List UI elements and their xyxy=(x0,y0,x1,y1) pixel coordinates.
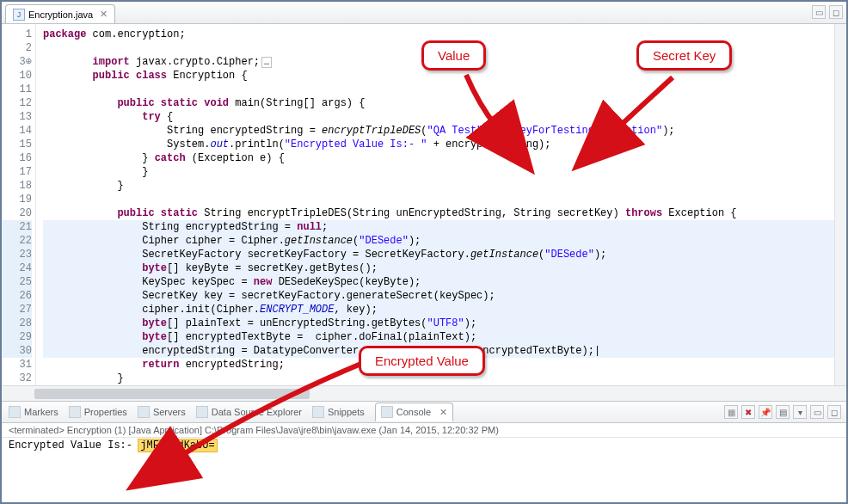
snippets-icon xyxy=(312,406,324,418)
minimize-icon[interactable]: ▭ xyxy=(812,5,826,19)
markers-icon xyxy=(9,406,21,418)
views-tab-bar: Markers Properties Servers Data Source E… xyxy=(2,401,846,423)
console-status-line: <terminated> Encryption (1) [Java Applic… xyxy=(2,423,846,438)
view-tab-data-source-explorer[interactable]: Data Source Explorer xyxy=(196,406,302,418)
view-tab-properties[interactable]: Properties xyxy=(69,406,127,418)
code-editor: 123⊕101112131415161718192021222324252627… xyxy=(2,24,846,385)
servers-icon xyxy=(138,406,150,418)
remove-all-icon[interactable]: ✖ xyxy=(741,405,755,419)
view-tab-console[interactable]: Console✕ xyxy=(375,403,453,421)
scrollbar-thumb[interactable] xyxy=(34,389,310,399)
pin-icon[interactable]: 📌 xyxy=(759,405,772,419)
display-selected-icon[interactable]: ▤ xyxy=(776,405,790,419)
java-file-icon: J xyxy=(13,9,25,21)
view-tab-markers[interactable]: Markers xyxy=(9,406,58,418)
close-icon[interactable]: ✕ xyxy=(439,407,447,418)
callout-value: Value xyxy=(421,40,486,71)
open-console-icon[interactable]: ▾ xyxy=(793,405,807,419)
vertical-scrollbar[interactable] xyxy=(834,24,846,385)
minimize-view-icon[interactable]: ▭ xyxy=(810,405,824,419)
dse-icon xyxy=(196,406,208,418)
line-gutter: 123⊕101112131415161718192021222324252627… xyxy=(2,24,36,385)
view-tab-snippets[interactable]: Snippets xyxy=(312,406,365,418)
editor-toolbar-right: ▭ ◻ xyxy=(812,5,843,19)
console-output[interactable]: Encrypted Value Is:- jMFHiqdKabU= xyxy=(2,438,846,457)
editor-tab-encryption[interactable]: J Encryption.java ✕ xyxy=(5,4,115,23)
view-tab-servers[interactable]: Servers xyxy=(138,406,186,418)
console-icon xyxy=(381,406,393,418)
horizontal-scrollbar[interactable] xyxy=(2,385,846,401)
maximize-view-icon[interactable]: ◻ xyxy=(827,405,841,419)
remove-terminated-icon[interactable]: ▦ xyxy=(724,405,738,419)
console-output-prefix: Encrypted Value Is:- xyxy=(9,439,138,452)
close-icon[interactable]: ✕ xyxy=(100,9,108,20)
callout-secret-key: Secret Key xyxy=(636,40,732,71)
properties-icon xyxy=(69,406,81,418)
editor-tab-bar: J Encryption.java ✕ ▭ ◻ xyxy=(2,2,846,24)
callout-encrypted-value: Encrypted Value xyxy=(359,346,485,376)
tab-title: Encryption.java xyxy=(28,9,93,20)
encrypted-value-highlight: jMFHiqdKabU= xyxy=(138,439,216,452)
maximize-icon[interactable]: ◻ xyxy=(829,5,843,19)
code-content[interactable]: package com.encryption; import javax.cry… xyxy=(36,24,846,385)
